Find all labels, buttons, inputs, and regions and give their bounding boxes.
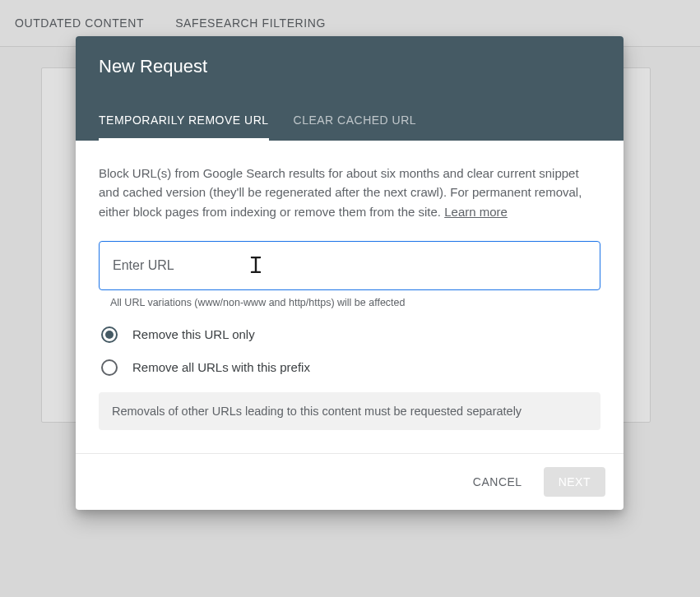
learn-more-link[interactable]: Learn more <box>444 205 508 219</box>
modal-tab-bar: TEMPORARILY REMOVE URL CLEAR CACHED URL <box>99 102 600 141</box>
modal-footer: CANCEL NEXT <box>76 453 624 510</box>
radio-icon <box>101 326 118 343</box>
modal-header: New Request TEMPORARILY REMOVE URL CLEAR… <box>76 36 624 141</box>
modal-body: Block URL(s) from Google Search results … <box>76 141 624 453</box>
next-button[interactable]: NEXT <box>544 467 605 497</box>
radio-label: Remove this URL only <box>132 327 255 341</box>
description-span: Block URL(s) from Google Search results … <box>99 166 582 219</box>
url-input[interactable] <box>99 241 600 290</box>
cancel-button[interactable]: CANCEL <box>470 467 526 497</box>
option-remove-this-url-only[interactable]: Remove this URL only <box>99 326 600 343</box>
radio-label: Remove all URLs with this prefix <box>132 360 310 374</box>
tab-clear-cached-url[interactable]: CLEAR CACHED URL <box>294 102 417 141</box>
option-remove-all-urls-with-prefix[interactable]: Remove all URLs with this prefix <box>99 359 600 376</box>
url-helper-text: All URL variations (www/non-www and http… <box>99 297 600 308</box>
radio-icon <box>101 359 118 376</box>
tab-temporarily-remove-url[interactable]: TEMPORARILY REMOVE URL <box>99 102 269 141</box>
new-request-modal: New Request TEMPORARILY REMOVE URL CLEAR… <box>76 36 624 510</box>
description-text: Block URL(s) from Google Search results … <box>99 164 600 221</box>
info-note: Removals of other URLs leading to this c… <box>99 392 600 430</box>
modal-title: New Request <box>99 56 600 77</box>
